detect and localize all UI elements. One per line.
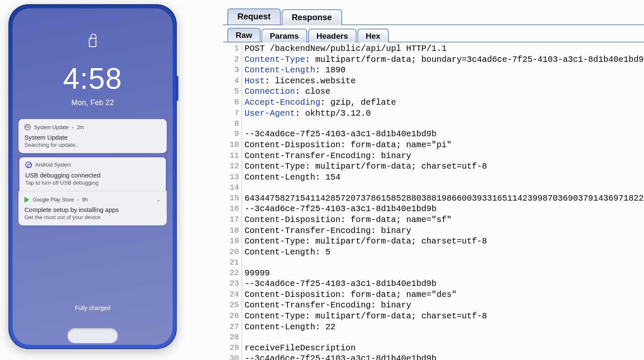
notification-play-store[interactable]: Google Play Store • 9h ⌄ Complete setup … (19, 191, 167, 225)
code-line: 17Content-Disposition: form-data; name="… (223, 214, 644, 225)
code-line: 3Content-Length: 1890 (223, 65, 644, 76)
android-system-icon (25, 161, 32, 168)
code-line: 24Content-Disposition: form-data; name="… (223, 289, 644, 300)
phone-frame: 4:58 Mon, Feb 22 System Update • 2m Syst… (8, 4, 177, 349)
line-number: 20 (223, 247, 242, 258)
clock-date: Mon, Feb 22 (13, 98, 173, 107)
line-content: Content-Length: 22 (242, 322, 335, 333)
code-line: 13Content-Length: 154 (223, 172, 644, 183)
notification-age: 9h (82, 197, 88, 203)
separator-dot: • (72, 125, 74, 130)
line-content: Content-Type: multipart/form-data; chars… (242, 311, 487, 322)
code-line: 29receiveFileDescription (223, 343, 644, 354)
line-number: 8 (223, 119, 242, 129)
raw-request-body[interactable]: 1POST /backendNew/public/api/upl HTTP/1.… (223, 43, 644, 360)
line-content: --3c4ad6ce-7f25-4103-a3c1-8d1b40e1bd9b (242, 204, 436, 214)
notification-title: Complete setup by installing apps (24, 206, 161, 213)
line-content: User-Agent: okhttp/3.12.0 (242, 108, 371, 119)
line-content: Content-Type: multipart/form-data; chars… (242, 236, 487, 247)
code-line: 21 (223, 257, 644, 267)
line-number: 24 (223, 289, 242, 300)
code-line: 11Content-Transfer-Encoding: binary (223, 151, 644, 161)
clock-time: 4:58 (13, 64, 173, 93)
line-number: 21 (223, 257, 242, 267)
code-line: 1564344758271541142857207378615852880388… (223, 193, 644, 204)
line-number: 16 (223, 204, 242, 214)
line-number: 5 (223, 86, 242, 97)
code-line: 30--3c4ad6ce-7f25-4103-a3c1-8d1b40e1bd9b (223, 353, 644, 360)
code-line: 4Host: licences.website (223, 76, 644, 87)
separator-dot: • (77, 197, 79, 202)
code-line: 9--3c4ad6ce-7f25-4103-a3c1-8d1b40e1bd9b (223, 129, 644, 140)
line-content (242, 257, 245, 267)
code-line: 10Content-Disposition: form-data; name="… (223, 140, 644, 151)
notification-body: Searching for update.. (24, 142, 161, 148)
clock: 4:58 Mon, Feb 22 (13, 64, 173, 107)
system-update-icon (24, 124, 31, 130)
line-content: Connection: close (242, 86, 330, 97)
line-content: 6434475827154114285720737861585288038819… (242, 193, 644, 204)
line-number: 27 (223, 322, 242, 333)
line-number: 28 (223, 332, 242, 342)
line-content: Content-Transfer-Encoding: binary (242, 225, 411, 236)
line-number: 1 (223, 43, 242, 54)
notification-body: Tap to turn off USB debugging (25, 180, 160, 186)
lock-icon (89, 38, 96, 47)
line-content: Content-Type: multipart/form-data; chars… (242, 161, 487, 172)
code-line: 20Content-Length: 5 (223, 247, 644, 258)
subtab-hex[interactable]: Hex (357, 29, 389, 42)
line-content (242, 183, 245, 193)
code-line: 6Accept-Encoding: gzip, deflate (223, 97, 644, 108)
line-number: 7 (223, 108, 242, 119)
line-number: 15 (223, 193, 242, 204)
code-line: 16--3c4ad6ce-7f25-4103-a3c1-8d1b40e1bd9b (223, 204, 644, 214)
line-content (242, 119, 245, 129)
code-line: 8 (223, 119, 644, 129)
notification-system-update[interactable]: System Update • 2m System Update Searchi… (19, 119, 167, 153)
line-content: POST /backendNew/public/api/upl HTTP/1.1 (242, 43, 447, 54)
code-line: 28 (223, 332, 644, 342)
line-content: Content-Disposition: form-data; name="de… (242, 289, 457, 300)
line-number: 9 (223, 129, 242, 140)
line-content: Accept-Encoding: gzip, deflate (242, 97, 396, 108)
line-content: --3c4ad6ce-7f25-4103-a3c1-8d1b40e1bd9b (242, 129, 436, 140)
line-number: 29 (223, 343, 242, 354)
line-number: 6 (223, 97, 242, 108)
phone-screen: 4:58 Mon, Feb 22 System Update • 2m Syst… (13, 8, 173, 345)
subtab-raw[interactable]: Raw (227, 28, 261, 42)
line-content: Content-Length: 5 (242, 247, 330, 258)
notification-android-system[interactable]: Android System USB debugging connected T… (19, 156, 167, 191)
tab-request[interactable]: Request (227, 8, 281, 24)
line-content: Content-Transfer-Encoding: binary (242, 151, 411, 161)
code-line: 5Connection: close (223, 86, 644, 97)
line-number: 12 (223, 161, 242, 172)
code-line: 2299999 (223, 268, 644, 279)
code-line: 1POST /backendNew/public/api/upl HTTP/1.… (223, 43, 644, 54)
line-content: receiveFileDescription (242, 343, 356, 354)
notification-app-name: System Update (34, 124, 69, 130)
subtab-headers[interactable]: Headers (308, 29, 357, 42)
line-content: --3c4ad6ce-7f25-4103-a3c1-8d1b40e1bd9b (242, 353, 436, 360)
tab-response[interactable]: Response (282, 9, 342, 25)
line-number: 25 (223, 300, 242, 311)
subtab-params[interactable]: Params (261, 29, 307, 42)
home-button[interactable] (67, 328, 118, 343)
line-number: 14 (223, 183, 242, 193)
line-content: Content-Disposition: form-data; name="pi… (242, 140, 452, 151)
code-line: 26Content-Type: multipart/form-data; cha… (223, 311, 644, 322)
line-content (242, 332, 245, 342)
notification-app-name: Google Play Store (33, 197, 74, 203)
line-number: 30 (223, 353, 242, 360)
line-content: Host: licences.website (242, 76, 356, 87)
code-line: 27Content-Length: 22 (223, 322, 644, 333)
http-viewer: RequestResponse RawParamsHeadersHex 1POS… (223, 8, 644, 360)
code-line: 12Content-Type: multipart/form-data; cha… (223, 161, 644, 172)
chevron-down-icon[interactable]: ⌄ (156, 196, 161, 203)
line-number: 2 (223, 54, 242, 65)
line-number: 10 (223, 140, 242, 151)
code-line: 23--3c4ad6ce-7f25-4103-a3c1-8d1b40e1bd9b (223, 278, 644, 289)
code-line: 2Content-Type: multipart/form-data; boun… (223, 54, 644, 65)
notification-title: USB debugging connected (25, 172, 160, 179)
top-tabs: RequestResponse (223, 8, 644, 25)
play-store-icon (24, 197, 29, 203)
